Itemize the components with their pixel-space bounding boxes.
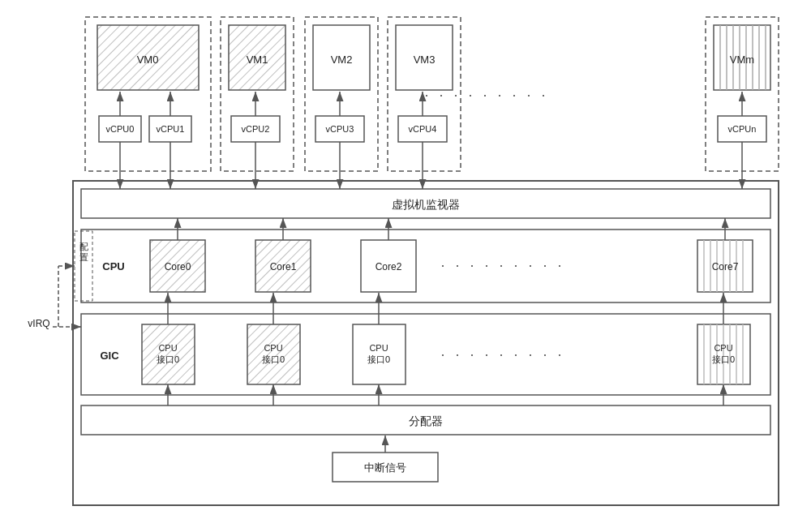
vcpu3-label: vCPU3: [326, 124, 354, 134]
config-label: 配: [79, 242, 88, 251]
cpu-section-label: CPU: [102, 260, 124, 272]
vcpu2-label: vCPU2: [242, 124, 270, 134]
cpu-interface-0: CPU: [158, 343, 177, 353]
cpu-interface-2: CPU: [369, 343, 388, 353]
gic-label: GIC: [100, 350, 119, 362]
vmm-box-label: VMm: [730, 54, 754, 66]
interrupt-label: 中断信号: [364, 461, 406, 474]
vcpu0-label: vCPU0: [106, 124, 135, 134]
svg-text:接口0: 接口0: [157, 354, 179, 364]
core2-label: Core2: [375, 261, 402, 272]
cpu-interface-1: CPU: [264, 343, 282, 353]
dots-cores: · · · · · · · · ·: [440, 257, 564, 273]
core1-label: Core1: [270, 261, 297, 272]
svg-text:接口0: 接口0: [712, 354, 735, 364]
vm2-label: VM2: [331, 54, 353, 66]
dots-gic: · · · · · · · · ·: [440, 346, 564, 363]
distributor-label: 分配器: [409, 414, 443, 427]
vm0-label: VM0: [137, 54, 159, 66]
vmm-label: 虚拟机监视器: [392, 198, 460, 211]
svg-text:置: 置: [79, 252, 88, 262]
dots-vms: · · · · · · · · ·: [424, 87, 548, 103]
svg-text:接口0: 接口0: [262, 354, 285, 364]
architecture-diagram: VM0 vCPU0 vCPU1 VM1 vCPU2 VM2 vCPU3: [24, 11, 787, 521]
vcpun-label: vCPUn: [728, 124, 757, 134]
vcpu1-label: vCPU1: [157, 124, 185, 134]
vcpu4-label: vCPU4: [409, 124, 437, 134]
svg-text:接口0: 接口0: [367, 354, 390, 364]
diagram: VM0 vCPU0 vCPU1 VM1 vCPU2 VM2 vCPU3: [24, 11, 787, 521]
core7-label: Core7: [712, 261, 739, 272]
vm1-label: VM1: [247, 54, 268, 66]
vm3-label: VM3: [414, 54, 436, 66]
cpu-interface-n: CPU: [714, 343, 732, 353]
core0-label: Core0: [165, 261, 191, 272]
virq-label: vIRQ: [28, 318, 49, 329]
